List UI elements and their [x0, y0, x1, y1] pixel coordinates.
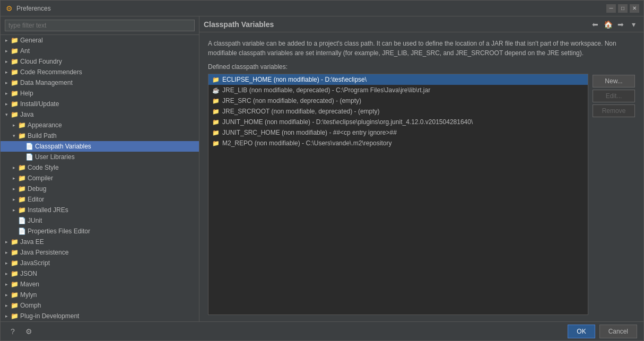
folder-icon: 📁: [10, 259, 19, 267]
variable-item-eclipse-home[interactable]: 📁 ECLIPSE_HOME (non modifiable) - D:\tes…: [208, 74, 588, 85]
sidebar-item-debug[interactable]: 📁 Debug: [1, 183, 199, 194]
folder-icon: 📁: [10, 47, 19, 55]
expand-jee: [3, 238, 10, 246]
sidebar-item-editor[interactable]: 📁 Editor: [1, 194, 199, 205]
sidebar-item-appearance[interactable]: 📁 Appearance: [1, 120, 199, 130]
sidebar-item-oomph[interactable]: 📁 Oomph: [1, 300, 199, 311]
sidebar-item-installed-jres[interactable]: 📁 Installed JREs: [1, 205, 199, 215]
expand-js: [3, 259, 10, 267]
sidebar-item-label: JUnit: [28, 217, 42, 224]
sidebar-item-properties-files-editor[interactable]: 📄 Properties Files Editor: [1, 226, 199, 237]
folder-icon: 📁: [10, 269, 19, 278]
sidebar-item-label: Appearance: [28, 121, 62, 129]
variables-list[interactable]: 📁 ECLIPSE_HOME (non modifiable) - D:\tes…: [208, 74, 588, 315]
back-button[interactable]: ⬅: [589, 19, 601, 30]
expand-jres: [10, 206, 18, 214]
sidebar-item-data-management[interactable]: 📁 Data Management: [1, 77, 199, 88]
expand-oomph: [3, 302, 10, 309]
folder-icon: 📁: [10, 280, 19, 288]
variable-label: JRE_SRC (non modifiable, deprecated) - (…: [222, 97, 361, 104]
folder-icon: 📁: [10, 301, 19, 310]
cancel-button[interactable]: Cancel: [599, 325, 637, 338]
description-text: A classpath variable can be added to a p…: [208, 39, 635, 58]
folder-icon: 📁: [212, 107, 220, 116]
sidebar-item-javascript[interactable]: 📁 JavaScript: [1, 258, 199, 268]
sidebar-item-label: User Libraries: [35, 153, 75, 161]
folder-icon: 📁: [10, 36, 19, 45]
folder-icon: 📁: [10, 238, 19, 246]
sidebar-item-cloud-foundry[interactable]: 📁 Cloud Foundry: [1, 56, 199, 67]
variable-item-junit-home[interactable]: 📁 JUNIT_HOME (non modifiable) - D:\test\…: [208, 117, 588, 127]
variable-label: JUNIT_SRC_HOME (non modifiable) - ##<cp …: [222, 129, 397, 136]
bottom-bar: ? ⚙ OK Cancel: [1, 321, 643, 340]
home-button[interactable]: 🏠: [602, 19, 614, 30]
expand-help: [3, 90, 10, 97]
tree-container[interactable]: 📁 General 📁 Ant 📁 Cloud Foundry 📁 Co: [1, 35, 199, 321]
edit-button[interactable]: Edit...: [593, 90, 635, 102]
page-title: Classpath Variables: [204, 20, 274, 29]
sidebar-item-junit[interactable]: 📄 JUnit: [1, 215, 199, 226]
window-title: Preferences: [16, 5, 606, 12]
variable-item-m2-repo[interactable]: 📁 M2_REPO (non modifiable) - C:\Users\va…: [208, 138, 588, 148]
page-icon: 📄: [25, 153, 33, 161]
sidebar-item-code-style[interactable]: 📁 Code Style: [1, 162, 199, 173]
main-content: 📁 General 📁 Ant 📁 Cloud Foundry 📁 Co: [1, 16, 643, 321]
side-buttons: New... Edit... Remove: [593, 74, 635, 315]
variable-label: JUNIT_HOME (non modifiable) - D:\test\ec…: [222, 118, 473, 126]
page-icon: 📄: [18, 227, 26, 235]
expand-ant: [3, 47, 10, 55]
sidebar-item-user-libraries[interactable]: 📄 User Libraries: [1, 152, 199, 162]
minimize-button[interactable]: ─: [606, 4, 616, 13]
window-controls: ─ □ ✕: [606, 4, 639, 13]
sidebar-item-label: Editor: [28, 196, 44, 203]
forward-button[interactable]: ➡: [615, 19, 626, 30]
remove-button[interactable]: Remove: [593, 104, 635, 117]
settings-button[interactable]: ⚙: [23, 326, 34, 337]
sidebar-item-code-recommenders[interactable]: 📁 Code Recommenders: [1, 67, 199, 77]
expand-jp: [3, 249, 10, 256]
new-button[interactable]: New...: [593, 75, 635, 88]
sidebar-item-general[interactable]: 📁 General: [1, 35, 199, 46]
sidebar-item-maven[interactable]: 📁 Maven: [1, 279, 199, 290]
variable-item-jre-srcroot[interactable]: 📁 JRE_SRCROOT (non modifiable, deprecate…: [208, 106, 588, 117]
sidebar-item-label: JavaScript: [20, 259, 50, 267]
sidebar-item-ant[interactable]: 📁 Ant: [1, 46, 199, 56]
right-body: A classpath variable can be added to a p…: [199, 32, 643, 321]
maximize-button[interactable]: □: [618, 4, 628, 13]
variable-item-jre-src[interactable]: 📁 JRE_SRC (non modifiable, deprecated) -…: [208, 95, 588, 106]
menu-button[interactable]: ▾: [628, 19, 639, 30]
expand-cv: [18, 143, 25, 150]
folder-icon: 📁: [18, 206, 26, 214]
sidebar-item-build-path[interactable]: 📁 Build Path: [1, 130, 199, 141]
bottom-right-buttons: OK Cancel: [568, 325, 637, 338]
sidebar-item-json[interactable]: 📁 JSON: [1, 268, 199, 279]
filter-input[interactable]: [5, 20, 195, 31]
page-icon: 📄: [25, 142, 33, 151]
variable-item-jre-lib[interactable]: ☕ JRE_LIB (non modifiable, deprecated) -…: [208, 85, 588, 95]
expand-maven: [3, 281, 10, 288]
ok-button[interactable]: OK: [568, 325, 595, 338]
sidebar-item-label: Mylyn: [20, 291, 37, 299]
folder-icon: 📁: [212, 128, 220, 137]
folder-icon: 📁: [10, 100, 19, 108]
sidebar-item-label: Help: [20, 90, 33, 97]
sidebar-item-java-ee[interactable]: 📁 Java EE: [1, 237, 199, 247]
sidebar-item-install-update[interactable]: 📁 Install/Update: [1, 99, 199, 109]
sidebar-item-java-persistence[interactable]: 📁 Java Persistence: [1, 247, 199, 258]
sidebar-item-plug-in-development[interactable]: 📁 Plug-in Development: [1, 311, 199, 321]
sidebar-item-label: Install/Update: [20, 100, 59, 108]
variable-item-junit-src-home[interactable]: 📁 JUNIT_SRC_HOME (non modifiable) - ##<c…: [208, 127, 588, 138]
variable-label: JRE_LIB (non modifiable, deprecated) - C…: [222, 86, 430, 94]
close-button[interactable]: ✕: [630, 4, 639, 13]
sidebar-item-mylyn[interactable]: 📁 Mylyn: [1, 290, 199, 300]
sidebar-item-label: General: [20, 37, 43, 44]
sidebar-item-help[interactable]: 📁 Help: [1, 88, 199, 99]
help-button[interactable]: ?: [7, 326, 19, 337]
expand-editor: [10, 196, 18, 203]
sidebar-item-java[interactable]: 📁 Java: [1, 109, 199, 120]
sidebar-item-classpath-variables[interactable]: 📄 Classpath Variables: [1, 141, 199, 152]
sidebar-item-label: JSON: [20, 270, 37, 277]
sidebar-item-label: Plug-in Development: [20, 312, 79, 320]
sidebar-item-compiler[interactable]: 📁 Compiler: [1, 173, 199, 183]
sidebar-item-label: Debug: [28, 185, 46, 193]
